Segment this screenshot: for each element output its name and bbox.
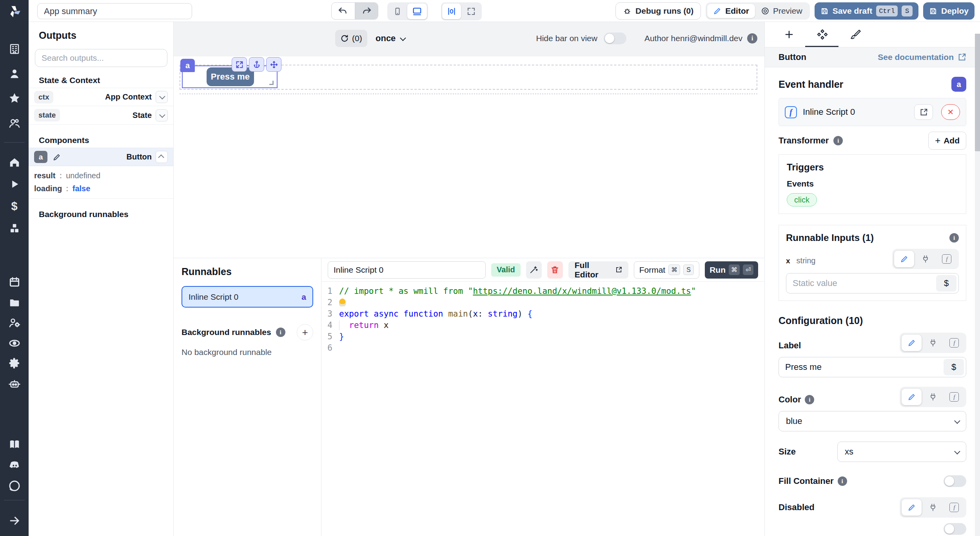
event-script-card[interactable]: f Inline Script 0 ✕ bbox=[779, 98, 966, 126]
deploy-button[interactable]: Deploy bbox=[923, 2, 975, 20]
frequency-dropdown[interactable]: once bbox=[376, 30, 405, 47]
code-line[interactable]: 6 bbox=[321, 342, 764, 354]
static-mode-button[interactable] bbox=[902, 499, 922, 516]
info-icon[interactable]: i bbox=[949, 233, 959, 243]
code-line[interactable]: 3export async function main(x: string) { bbox=[321, 308, 764, 320]
cubes-icon[interactable] bbox=[7, 221, 22, 236]
info-icon[interactable]: i bbox=[838, 476, 847, 486]
eval-mode-button[interactable]: f bbox=[944, 499, 964, 516]
eye-icon[interactable] bbox=[7, 336, 22, 351]
eval-mode-button[interactable]: f bbox=[937, 251, 957, 267]
static-mode-button[interactable] bbox=[902, 335, 922, 351]
folder-icon[interactable] bbox=[7, 295, 22, 310]
panel-scrollbar-thumb[interactable] bbox=[975, 34, 980, 151]
styling-tab[interactable] bbox=[850, 29, 862, 40]
desktop-view-button[interactable] bbox=[407, 4, 427, 19]
code-line[interactable]: 2 bbox=[321, 297, 764, 308]
code-line[interactable]: 5} bbox=[321, 331, 764, 342]
ai-wand-button[interactable] bbox=[526, 261, 542, 279]
code-line[interactable]: 4 return x bbox=[321, 320, 764, 331]
center-layout-button[interactable] bbox=[442, 4, 461, 19]
full-editor-button[interactable]: Full Editor bbox=[568, 261, 628, 279]
script-name-input[interactable] bbox=[328, 261, 486, 279]
home-icon[interactable] bbox=[7, 155, 22, 170]
play-icon[interactable] bbox=[7, 177, 22, 192]
open-script-button[interactable] bbox=[914, 104, 933, 120]
connect-mode-button[interactable] bbox=[923, 389, 943, 405]
book-icon[interactable] bbox=[7, 437, 22, 452]
star-icon[interactable] bbox=[7, 91, 22, 106]
add-transformer-button[interactable]: + Add bbox=[928, 132, 966, 150]
recompute-button[interactable]: (0) bbox=[335, 30, 367, 47]
move-component-button[interactable] bbox=[266, 57, 281, 72]
windmill-logo-icon[interactable] bbox=[6, 3, 23, 20]
run-button[interactable]: Run ⌘ ⏎ bbox=[705, 261, 758, 279]
calendar-icon[interactable] bbox=[7, 275, 22, 290]
anchor-component-button[interactable] bbox=[249, 57, 264, 72]
collapse-arrow-icon[interactable] bbox=[7, 513, 22, 528]
gear-icon[interactable] bbox=[7, 356, 22, 371]
info-icon[interactable]: i bbox=[747, 33, 757, 43]
connect-dollar-button[interactable]: $ bbox=[936, 275, 956, 292]
github-icon[interactable] bbox=[7, 478, 22, 493]
insert-component-tab[interactable] bbox=[783, 29, 795, 40]
connect-mode-button[interactable] bbox=[923, 335, 943, 351]
code-line[interactable]: 1// import * as wmill from "https://deno… bbox=[321, 286, 764, 297]
static-mode-button[interactable] bbox=[894, 251, 914, 267]
static-mode-button[interactable] bbox=[902, 389, 922, 405]
info-icon[interactable]: i bbox=[805, 395, 814, 404]
mobile-view-button[interactable] bbox=[388, 4, 407, 19]
connect-mode-button[interactable] bbox=[915, 251, 935, 267]
eval-mode-button[interactable]: f bbox=[944, 335, 964, 351]
component-row-a[interactable]: a Button bbox=[29, 148, 173, 166]
discord-icon[interactable] bbox=[7, 458, 22, 473]
state-expand-button[interactable] bbox=[156, 109, 168, 121]
eval-mode-button[interactable]: f bbox=[944, 389, 964, 405]
color-select[interactable]: blue bbox=[779, 411, 966, 431]
users-gear-icon[interactable] bbox=[7, 315, 22, 330]
tab-editor[interactable]: Editor bbox=[707, 4, 755, 18]
edit-pencil-icon[interactable] bbox=[53, 153, 61, 161]
input-type: string bbox=[797, 256, 816, 265]
save-draft-button[interactable]: Save draft Ctrl S bbox=[815, 2, 918, 20]
output-row-state[interactable]: state State bbox=[29, 106, 173, 125]
debug-runs-button[interactable]: Debug runs (0) bbox=[615, 2, 701, 20]
users-icon[interactable] bbox=[7, 116, 22, 130]
app-summary-input[interactable] bbox=[37, 3, 192, 19]
info-icon[interactable]: i bbox=[833, 136, 843, 145]
app-canvas[interactable]: a Press me bbox=[174, 56, 764, 258]
static-value-input[interactable]: Static value $ bbox=[786, 273, 959, 293]
add-background-runnable-button[interactable]: + bbox=[297, 324, 313, 340]
canvas-toolbar-right: Hide bar on view Author henri@windmill.d… bbox=[536, 30, 757, 47]
label-value-input[interactable]: Press me $ bbox=[779, 357, 966, 377]
redo-button[interactable] bbox=[355, 3, 378, 19]
format-button[interactable]: Format ⌘ S bbox=[634, 261, 700, 279]
remove-script-button[interactable]: ✕ bbox=[941, 104, 960, 120]
undo-button[interactable] bbox=[332, 3, 355, 19]
delete-script-button[interactable] bbox=[547, 261, 563, 279]
tab-preview[interactable]: Preview bbox=[755, 4, 808, 18]
info-icon[interactable]: i bbox=[276, 328, 285, 337]
dollar-icon[interactable]: $ bbox=[7, 199, 22, 214]
user-icon[interactable] bbox=[7, 66, 22, 81]
disabled-toggle[interactable] bbox=[944, 523, 966, 535]
hide-bar-toggle[interactable] bbox=[604, 33, 626, 44]
resize-handle[interactable] bbox=[269, 81, 274, 85]
fill-container-toggle[interactable] bbox=[944, 475, 966, 487]
building-icon[interactable] bbox=[7, 42, 22, 56]
code-lines[interactable]: 1// import * as wmill from "https://deno… bbox=[321, 282, 764, 536]
expand-component-button[interactable] bbox=[232, 57, 247, 72]
see-documentation-link[interactable]: See documentation bbox=[878, 53, 966, 62]
connect-dollar-button[interactable]: $ bbox=[944, 359, 964, 375]
component-settings-tab[interactable] bbox=[817, 29, 828, 40]
component-collapse-button[interactable] bbox=[156, 151, 168, 163]
output-row-ctx[interactable]: ctx App Context bbox=[29, 88, 173, 106]
ctx-expand-button[interactable] bbox=[156, 91, 168, 103]
lightbulb-icon[interactable] bbox=[339, 299, 346, 306]
size-select[interactable]: xs bbox=[837, 442, 966, 462]
connect-mode-button[interactable] bbox=[923, 499, 943, 516]
robot-icon[interactable] bbox=[7, 377, 22, 391]
fullscreen-button[interactable] bbox=[462, 4, 481, 19]
runnable-item-inline-script-0[interactable]: Inline Script 0 a bbox=[181, 286, 313, 308]
search-outputs-input[interactable] bbox=[35, 49, 167, 67]
